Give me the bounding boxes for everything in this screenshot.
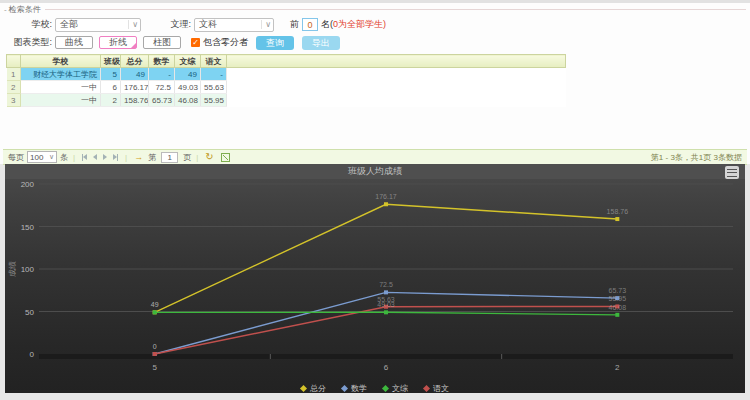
- per-page-suffix: 条: [60, 152, 68, 163]
- chevron-down-icon: ∨: [261, 20, 271, 29]
- chart-menu-icon[interactable]: [725, 166, 739, 179]
- data-point[interactable]: [153, 352, 157, 356]
- data-point-label: 0: [153, 343, 157, 350]
- pager-separator: |: [73, 153, 75, 162]
- x-axis-band: [39, 354, 733, 359]
- query-button[interactable]: 查询: [256, 36, 294, 50]
- data-point[interactable]: [384, 202, 388, 206]
- prev-page-button[interactable]: [93, 154, 97, 160]
- legend-item[interactable]: 总分: [301, 383, 326, 394]
- cell-total: 49: [121, 68, 149, 81]
- data-point[interactable]: [384, 290, 388, 294]
- data-point-label: 158.76: [607, 208, 629, 215]
- pager-info: 第1 - 3条，共1页 3条数据: [651, 152, 742, 163]
- track-select[interactable]: 文科 ∨: [194, 18, 274, 32]
- header-math[interactable]: 数学: [149, 55, 175, 68]
- per-page-select[interactable]: 100 ∨: [27, 151, 57, 163]
- top-n-hint: 0为全部学生): [333, 18, 386, 31]
- data-point-label: 176.17: [375, 193, 397, 200]
- search-panel: - 检索条件 学校: 全部 ∨ 文理: 文科 ∨ 前 名(0为全部学生) 图表类…: [0, 0, 750, 164]
- table-row[interactable]: 1财经大学体工学院549-49-: [7, 68, 566, 81]
- chart-title-bar: 班级人均成绩: [5, 164, 745, 179]
- pager-separator: |: [125, 153, 127, 162]
- data-point-label: 49.03: [377, 301, 395, 308]
- chart-type-bar-button[interactable]: 柱图: [143, 36, 181, 49]
- pager-bar: 每页 100 ∨ 条 | | → 第 页 | ↻ 第1 - 3条，共1页 3条数…: [3, 149, 747, 165]
- expand-icon[interactable]: [221, 153, 230, 162]
- pager-nav: [82, 154, 118, 161]
- legend-label: 语文: [433, 383, 449, 394]
- goto-page-icon[interactable]: →: [134, 153, 143, 162]
- row-number: 1: [7, 68, 21, 81]
- goto-page-label: 第: [148, 152, 156, 163]
- first-page-button[interactable]: [82, 154, 87, 161]
- data-point[interactable]: [384, 310, 388, 314]
- header-school[interactable]: 学校: [21, 55, 101, 68]
- page-number-input[interactable]: [161, 152, 178, 163]
- legend-item[interactable]: 语文: [424, 383, 449, 394]
- y-axis-label: 成绩: [8, 261, 17, 277]
- include-zero-checkbox[interactable]: ✓: [191, 38, 200, 47]
- data-point[interactable]: [153, 310, 157, 314]
- header-rownum: [7, 55, 21, 68]
- next-page-button[interactable]: [103, 154, 107, 160]
- export-button[interactable]: 导出: [302, 36, 340, 50]
- grid-body: 1财经大学体工学院549-49-2一中6176.1772.549.0355.63…: [7, 68, 566, 107]
- cell-class: 2: [101, 94, 121, 107]
- refresh-icon[interactable]: ↻: [205, 152, 213, 162]
- chevron-down-icon: ∨: [49, 153, 54, 161]
- header-class[interactable]: 班级: [101, 55, 121, 68]
- school-label: 学校:: [4, 18, 52, 31]
- data-point-label: 46.08: [609, 304, 627, 311]
- legend-marker-icon: [341, 385, 348, 392]
- cell-total: 176.17: [121, 81, 149, 94]
- y-tick-label: 150: [21, 223, 35, 232]
- goto-page-suffix: 页: [183, 152, 191, 163]
- legend-marker-icon: [300, 385, 307, 392]
- cell-chinese: 55.63: [201, 81, 227, 94]
- y-tick-label: 200: [21, 180, 35, 189]
- fieldset-divider: [45, 9, 746, 10]
- data-point[interactable]: [615, 217, 619, 221]
- track-select-value: 文科: [199, 18, 217, 31]
- collapse-toggle-icon[interactable]: -: [4, 5, 7, 14]
- legend-label: 总分: [310, 383, 326, 394]
- cell-arts: 49.03: [175, 81, 201, 94]
- include-zero-label: 包含零分者: [203, 36, 248, 49]
- chart-type-line-button[interactable]: 折线: [99, 36, 137, 49]
- table-row[interactable]: 2一中6176.1772.549.0355.63: [7, 81, 566, 94]
- header-arts[interactable]: 文综: [175, 55, 201, 68]
- y-tick-label: 50: [25, 308, 34, 317]
- school-select[interactable]: 全部 ∨: [55, 18, 141, 32]
- data-point-label: 65.73: [609, 287, 627, 294]
- legend-item[interactable]: 文综: [383, 383, 408, 394]
- cell-class: 6: [101, 81, 121, 94]
- data-point-label: 49: [151, 301, 159, 308]
- filter-row-1: 学校: 全部 ∨ 文理: 文科 ∨ 前 名(0为全部学生): [4, 17, 746, 32]
- legend-item[interactable]: 数学: [342, 383, 367, 394]
- data-point[interactable]: [615, 313, 619, 317]
- cell-math: 65.73: [149, 94, 175, 107]
- cell-arts: 49: [175, 68, 201, 81]
- cell-math: 72.5: [149, 81, 175, 94]
- cell-school: 一中: [21, 81, 101, 94]
- last-page-button[interactable]: [113, 154, 118, 161]
- score-table: 学校 班级 总分 数学 文综 语文 1财经大学体工学院549-49-2一中617…: [6, 54, 566, 107]
- chart-panel: 班级人均成绩 050100150200562成绩49176.17158.7607…: [5, 164, 745, 393]
- pager-separator: |: [196, 153, 198, 162]
- top-n-input[interactable]: [302, 18, 318, 31]
- track-label: 文理:: [157, 18, 191, 31]
- table-row[interactable]: 3一中2158.7665.7346.0855.95: [7, 94, 566, 107]
- header-chinese[interactable]: 语文: [201, 55, 227, 68]
- school-select-value: 全部: [60, 18, 78, 31]
- legend-marker-icon: [423, 385, 430, 392]
- chart-type-label: 图表类型:: [4, 36, 52, 49]
- data-point-label: 72.5: [379, 281, 393, 288]
- chart-type-curve-button[interactable]: 曲线: [55, 36, 93, 49]
- header-total[interactable]: 总分: [121, 55, 149, 68]
- x-tick-label: 6: [384, 363, 389, 372]
- y-tick-label: 100: [21, 265, 35, 274]
- per-page-value: 100: [30, 153, 43, 162]
- y-tick-label: 0: [30, 350, 35, 359]
- legend-marker-icon: [382, 385, 389, 392]
